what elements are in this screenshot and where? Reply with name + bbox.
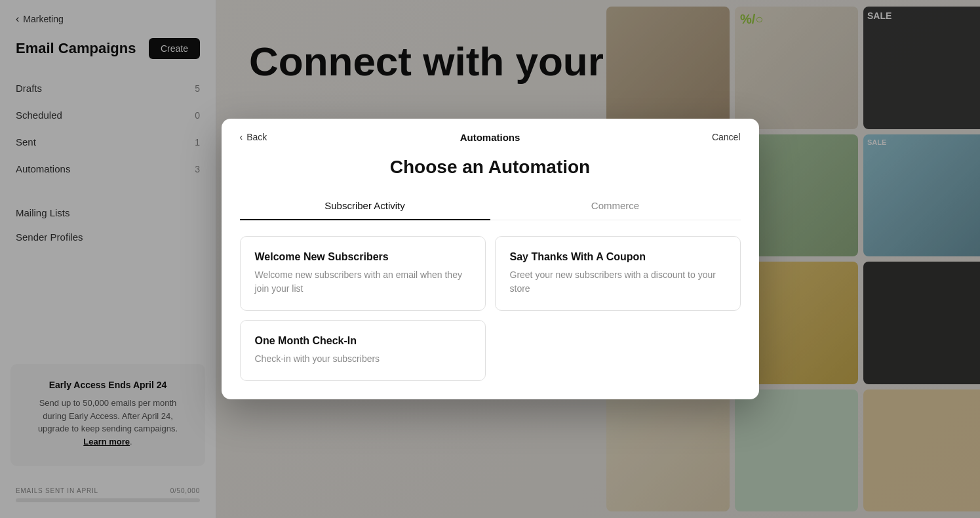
welcome-subscribers-desc: Welcome new subscribers with an email wh… <box>255 268 471 296</box>
automation-card-welcome-subscribers[interactable]: Welcome New Subscribers Welcome new subs… <box>240 236 486 311</box>
tab-commerce[interactable]: Commerce <box>490 192 741 220</box>
modal-back-chevron-icon: ‹ <box>240 132 243 142</box>
automation-card-coupon[interactable]: Say Thanks With A Coupon Greet your new … <box>495 236 741 311</box>
modal-heading: Choose an Automation <box>222 142 759 178</box>
coupon-desc: Greet your new subscribers with a discou… <box>510 268 726 296</box>
modal-back-label: Back <box>246 132 267 142</box>
modal-body: Welcome New Subscribers Welcome new subs… <box>222 220 759 399</box>
modal-header: ‹ Back Automations Cancel <box>222 119 759 142</box>
welcome-subscribers-title: Welcome New Subscribers <box>255 251 471 263</box>
checkin-title: One Month Check-In <box>255 335 471 347</box>
modal-cancel-button[interactable]: Cancel <box>712 132 741 142</box>
coupon-title: Say Thanks With A Coupon <box>510 251 726 263</box>
modal-title: Automations <box>460 132 520 143</box>
automations-modal: ‹ Back Automations Cancel Choose an Auto… <box>222 119 759 399</box>
automation-card-checkin[interactable]: One Month Check-In Check-in with your su… <box>240 320 486 381</box>
modal-tabs: Subscriber Activity Commerce <box>240 192 741 220</box>
tab-subscriber-activity[interactable]: Subscriber Activity <box>240 192 490 220</box>
modal-back-button[interactable]: ‹ Back <box>240 132 267 142</box>
checkin-desc: Check-in with your subscribers <box>255 352 471 366</box>
